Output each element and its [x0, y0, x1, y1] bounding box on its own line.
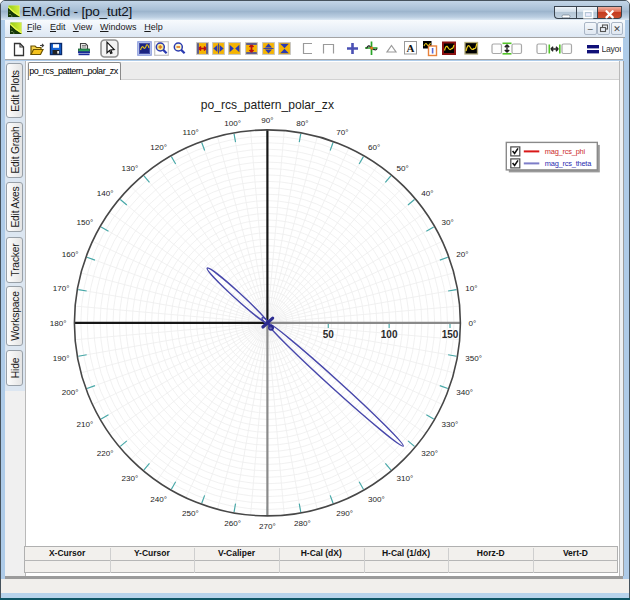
svg-text:0°: 0°	[468, 319, 476, 328]
svg-text:260°: 260°	[224, 519, 241, 528]
svg-text:220°: 220°	[97, 449, 114, 458]
svg-text:mag_rcs_phi: mag_rcs_phi	[545, 147, 586, 156]
svg-text:230°: 230°	[121, 474, 138, 483]
svg-text:100: 100	[381, 329, 398, 340]
svg-text:70°: 70°	[336, 128, 348, 137]
svg-text:290°: 290°	[336, 509, 353, 518]
svg-text:190°: 190°	[53, 354, 70, 363]
svg-text:po_rcs_pattern_polar_zx: po_rcs_pattern_polar_zx	[201, 98, 334, 112]
svg-text:350°: 350°	[465, 354, 482, 363]
svg-text:270°: 270°	[259, 522, 276, 531]
svg-text:60°: 60°	[368, 143, 380, 152]
svg-text:50°: 50°	[397, 164, 409, 173]
svg-text:180°: 180°	[50, 319, 67, 328]
svg-text:A: A	[407, 42, 415, 54]
svg-text:330°: 330°	[441, 420, 458, 429]
svg-text:310°: 310°	[397, 474, 414, 483]
svg-text:150°: 150°	[77, 218, 94, 227]
svg-text:20°: 20°	[456, 250, 468, 259]
svg-text:210°: 210°	[77, 420, 94, 429]
svg-text:90°: 90°	[261, 116, 273, 125]
svg-text:250°: 250°	[182, 509, 199, 518]
svg-text:150: 150	[442, 329, 459, 340]
svg-text:280°: 280°	[294, 519, 311, 528]
svg-text:10°: 10°	[465, 284, 477, 293]
svg-text:120°: 120°	[150, 143, 167, 152]
svg-text:30°: 30°	[441, 218, 453, 227]
svg-text:320°: 320°	[421, 449, 438, 458]
svg-text:170°: 170°	[53, 284, 70, 293]
svg-text:110°: 110°	[183, 128, 199, 137]
svg-text:140°: 140°	[97, 189, 114, 198]
svg-text:40°: 40°	[421, 189, 433, 198]
svg-text:mag_rcs_theta: mag_rcs_theta	[545, 159, 592, 168]
svg-text:240°: 240°	[150, 495, 167, 504]
svg-text:340°: 340°	[456, 388, 473, 397]
svg-text:300°: 300°	[368, 495, 385, 504]
svg-text:160°: 160°	[62, 250, 79, 259]
svg-text:100°: 100°	[224, 119, 241, 128]
svg-text:200°: 200°	[62, 388, 79, 397]
svg-text:130°: 130°	[121, 164, 138, 173]
svg-text:80°: 80°	[296, 119, 308, 128]
svg-text:50: 50	[323, 329, 335, 340]
